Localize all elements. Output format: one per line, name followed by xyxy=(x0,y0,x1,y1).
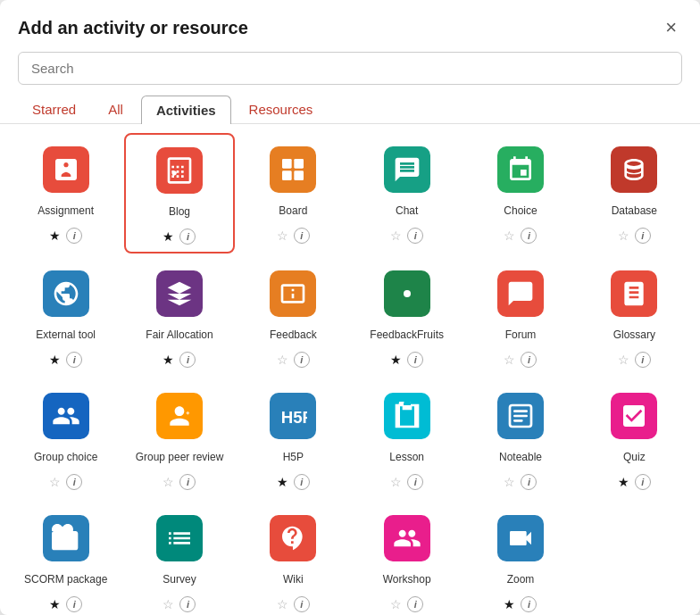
item-noteable[interactable]: Noteable☆i xyxy=(465,379,575,498)
info-button-blog[interactable]: i xyxy=(179,229,196,245)
item-external-tool[interactable]: External tool★i xyxy=(11,257,121,376)
info-button-feedbackfruits[interactable]: i xyxy=(407,352,423,368)
info-button-lesson[interactable]: i xyxy=(407,474,423,490)
item-label-lesson: Lesson xyxy=(389,445,424,470)
item-scorm-package[interactable]: SCORM package★i xyxy=(11,502,121,615)
item-label-h5p: H5P xyxy=(283,445,304,470)
star-button-quiz[interactable]: ★ xyxy=(618,476,629,488)
star-button-chat[interactable]: ☆ xyxy=(390,229,402,242)
info-button-workshop[interactable]: i xyxy=(407,596,423,612)
item-h5p[interactable]: H5PH5P★i xyxy=(238,379,348,498)
item-label-choice: Choice xyxy=(504,199,537,224)
item-feedbackfruits[interactable]: FeedbackFruits★i xyxy=(352,257,462,376)
item-label-wiki: Wiki xyxy=(283,568,304,593)
survey-icon xyxy=(156,515,203,561)
tab-all[interactable]: All xyxy=(94,96,138,123)
item-group-choice[interactable]: Group choice☆i xyxy=(11,379,121,498)
star-button-database[interactable]: ☆ xyxy=(618,229,629,242)
noteable-icon xyxy=(497,393,544,439)
item-label-group-peer-review: Group peer review xyxy=(136,445,224,470)
item-label-database: Database xyxy=(612,199,657,224)
item-forum[interactable]: Forum☆i xyxy=(465,257,575,376)
item-glossary[interactable]: Glossary☆i xyxy=(579,257,689,376)
item-chat[interactable]: Chat☆i xyxy=(352,133,462,253)
info-button-fair-allocation[interactable]: i xyxy=(179,352,196,368)
star-button-external-tool[interactable]: ★ xyxy=(49,353,61,366)
item-feedback[interactable]: Feedback☆i xyxy=(238,257,348,376)
close-button[interactable]: × xyxy=(660,16,682,39)
database-icon xyxy=(611,146,657,193)
star-button-feedbackfruits[interactable]: ★ xyxy=(390,353,402,366)
star-button-lesson[interactable]: ☆ xyxy=(390,476,402,488)
star-button-group-peer-review[interactable]: ☆ xyxy=(162,476,174,488)
star-button-workshop[interactable]: ☆ xyxy=(390,598,402,611)
star-button-choice[interactable]: ☆ xyxy=(504,229,515,242)
star-button-survey[interactable]: ☆ xyxy=(162,598,174,611)
star-button-zoom[interactable]: ★ xyxy=(504,598,515,611)
info-button-quiz[interactable]: i xyxy=(635,474,651,490)
item-fair-allocation[interactable]: Fair Allocation★i xyxy=(124,257,234,376)
star-button-scorm-package[interactable]: ★ xyxy=(49,598,61,611)
item-group-peer-review[interactable]: Group peer review☆i xyxy=(124,379,234,498)
item-board[interactable]: Board☆i xyxy=(238,133,348,253)
star-button-forum[interactable]: ☆ xyxy=(504,353,515,366)
chat-icon xyxy=(384,146,430,193)
choice-icon xyxy=(497,146,544,193)
svg-point-4 xyxy=(404,290,411,297)
item-wiki[interactable]: Wiki☆i xyxy=(238,502,348,615)
item-label-quiz: Quiz xyxy=(623,445,646,470)
star-button-group-choice[interactable]: ☆ xyxy=(49,476,61,488)
item-quiz[interactable]: Quiz★i xyxy=(579,379,689,498)
info-button-survey[interactable]: i xyxy=(179,596,196,612)
info-button-h5p[interactable]: i xyxy=(294,474,310,490)
item-survey[interactable]: Survey☆i xyxy=(124,502,234,615)
star-button-glossary[interactable]: ☆ xyxy=(618,353,629,366)
star-button-wiki[interactable]: ☆ xyxy=(277,598,288,611)
info-button-wiki[interactable]: i xyxy=(294,596,310,612)
tab-starred[interactable]: Starred xyxy=(18,96,90,123)
info-button-group-choice[interactable]: i xyxy=(66,474,82,490)
info-button-database[interactable]: i xyxy=(635,228,651,244)
item-label-board: Board xyxy=(279,199,307,224)
star-button-noteable[interactable]: ☆ xyxy=(504,476,515,488)
external-tool-icon xyxy=(43,270,89,317)
tab-resources[interactable]: Resources xyxy=(235,96,328,123)
info-button-chat[interactable]: i xyxy=(407,228,423,244)
grid-container: Assignment★iBlog★iBoard☆iChat☆iChoice☆iD… xyxy=(0,124,700,615)
star-button-board[interactable]: ☆ xyxy=(277,229,288,242)
tab-activities[interactable]: Activities xyxy=(141,96,231,124)
fair-allocation-icon xyxy=(156,270,203,317)
forum-icon xyxy=(497,270,544,317)
workshop-icon xyxy=(384,515,430,561)
search-input[interactable] xyxy=(18,52,682,85)
activities-grid: Assignment★iBlog★iBoard☆iChat☆iChoice☆iD… xyxy=(11,133,689,615)
star-button-fair-allocation[interactable]: ★ xyxy=(162,353,174,366)
item-workshop[interactable]: Workshop☆i xyxy=(352,502,462,615)
info-button-glossary[interactable]: i xyxy=(635,352,651,368)
info-button-choice[interactable]: i xyxy=(521,228,537,244)
info-button-group-peer-review[interactable]: i xyxy=(179,474,196,490)
info-button-zoom[interactable]: i xyxy=(521,596,537,612)
info-button-feedback[interactable]: i xyxy=(294,352,310,368)
info-button-scorm-package[interactable]: i xyxy=(66,596,82,612)
item-label-feedbackfruits: FeedbackFruits xyxy=(370,323,444,348)
tabs-container: StarredAllActivitiesResources xyxy=(0,96,700,124)
item-lesson[interactable]: Lesson☆i xyxy=(352,379,462,498)
quiz-icon xyxy=(611,393,657,439)
star-button-blog[interactable]: ★ xyxy=(162,230,174,243)
item-zoom[interactable]: Zoom★i xyxy=(465,502,575,615)
wiki-icon xyxy=(270,515,316,561)
info-button-assignment[interactable]: i xyxy=(66,228,82,244)
info-button-external-tool[interactable]: i xyxy=(66,352,82,368)
info-button-noteable[interactable]: i xyxy=(521,474,537,490)
item-choice[interactable]: Choice☆i xyxy=(465,133,575,253)
info-button-forum[interactable]: i xyxy=(521,352,537,368)
item-blog[interactable]: Blog★i xyxy=(124,133,234,253)
item-assignment[interactable]: Assignment★i xyxy=(11,133,121,253)
star-button-feedback[interactable]: ☆ xyxy=(277,353,288,366)
item-database[interactable]: Database☆i xyxy=(579,133,689,253)
feedbackfruits-icon xyxy=(384,270,430,317)
star-button-assignment[interactable]: ★ xyxy=(49,229,61,242)
star-button-h5p[interactable]: ★ xyxy=(277,476,288,488)
info-button-board[interactable]: i xyxy=(294,228,310,244)
